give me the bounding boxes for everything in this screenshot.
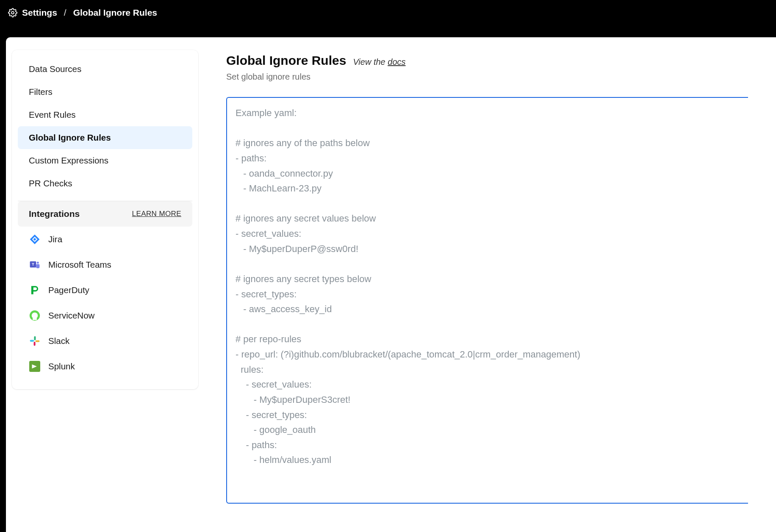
svg-point-3 [37, 262, 39, 264]
servicenow-icon [29, 310, 41, 321]
page-subtitle: Set global ignore rules [226, 72, 760, 82]
docs-link[interactable]: docs [388, 57, 405, 66]
splunk-icon [29, 360, 41, 372]
integration-label: Jira [48, 234, 62, 244]
sidebar-item-filters[interactable]: Filters [18, 80, 192, 103]
svg-rect-7 [36, 340, 40, 342]
sidebar-item-global-ignore-rules[interactable]: Global Ignore Rules [18, 126, 192, 149]
sidebar-item-custom-expressions[interactable]: Custom Expressions [18, 149, 192, 172]
integration-label: PagerDuty [48, 285, 89, 295]
breadcrumb-sep: / [61, 8, 69, 18]
integration-label: Microsoft Teams [48, 260, 111, 270]
settings-sidebar: Data Sources Filters Event Rules Global … [12, 50, 198, 389]
svg-rect-4 [36, 264, 39, 268]
sidebar-integrations-header: Integrations LEARN MORE [18, 201, 192, 227]
docs-line: View the docs [353, 57, 405, 67]
integration-slack[interactable]: Slack [18, 328, 192, 354]
svg-rect-8 [34, 342, 36, 346]
jira-icon [29, 233, 41, 245]
integration-servicenow[interactable]: ServiceNow [18, 303, 192, 328]
teams-icon: T [29, 259, 41, 271]
gear-icon [8, 8, 18, 18]
integration-label: Slack [48, 336, 69, 346]
integration-pagerduty[interactable]: PagerDuty [18, 277, 192, 303]
breadcrumb-current: Global Ignore Rules [73, 8, 157, 18]
integration-splunk[interactable]: Splunk [18, 354, 192, 379]
pagerduty-icon [29, 284, 41, 296]
breadcrumb-bar: Settings / Global Ignore Rules [0, 0, 776, 25]
svg-text:T: T [32, 262, 34, 266]
sidebar-item-event-rules[interactable]: Event Rules [18, 103, 192, 126]
page-title: Global Ignore Rules [226, 53, 346, 68]
svg-rect-6 [34, 336, 36, 341]
integration-teams[interactable]: T Microsoft Teams [18, 252, 192, 277]
docs-prefix: View the [353, 57, 388, 66]
integration-jira[interactable]: Jira [18, 227, 192, 252]
breadcrumb-root[interactable]: Settings [22, 8, 57, 18]
integrations-title: Integrations [29, 209, 80, 219]
sidebar-item-pr-checks[interactable]: PR Checks [18, 172, 192, 195]
learn-more-link[interactable]: LEARN MORE [132, 210, 181, 218]
svg-point-0 [11, 11, 14, 14]
integration-label: ServiceNow [48, 310, 94, 321]
ignore-rules-yaml-input[interactable] [226, 97, 748, 504]
slack-icon [29, 335, 41, 347]
sidebar-item-data-sources[interactable]: Data Sources [18, 58, 192, 80]
main-content: Global Ignore Rules View the docs Set gl… [226, 50, 760, 532]
integration-label: Splunk [48, 361, 75, 371]
svg-rect-9 [30, 340, 34, 342]
